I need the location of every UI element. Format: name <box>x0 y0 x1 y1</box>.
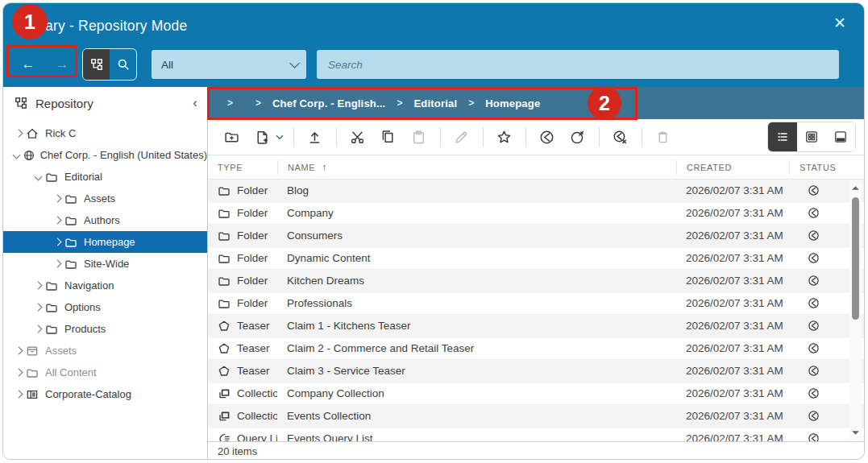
tree-item-label: Corporate-Catalog <box>45 388 131 400</box>
details-view-button[interactable] <box>826 122 855 151</box>
tree-item[interactable]: Site-Wide <box>3 253 207 275</box>
collapse-panel-icon[interactable]: ‹ <box>193 95 197 111</box>
tree-expander-icon[interactable] <box>50 217 64 223</box>
column-header-type[interactable]: TYPE <box>208 160 277 175</box>
sidebar-title: Repository <box>35 97 193 110</box>
list-view-button[interactable] <box>768 122 797 151</box>
tree-item[interactable]: Corporate-Catalog <box>3 383 207 405</box>
tree-item[interactable]: Homepage <box>3 231 207 253</box>
approve-button[interactable] <box>565 125 589 149</box>
breadcrumb-item[interactable]: Homepage <box>485 97 540 110</box>
table-row[interactable]: Folder Dynamic Content 2026/02/07 3:31 A… <box>208 247 864 270</box>
table-row[interactable]: Folder Consumers 2026/02/07 3:31 AM <box>208 225 864 247</box>
created-cell: 2026/02/07 3:31 AM <box>676 297 789 309</box>
tree-item[interactable]: Options <box>3 296 207 318</box>
copy-button[interactable] <box>376 125 400 149</box>
status-cell <box>789 410 837 422</box>
new-document-icon <box>255 130 270 145</box>
new-folder-button[interactable] <box>219 125 243 149</box>
tree-expander-icon[interactable] <box>31 174 45 180</box>
tree-expander-icon[interactable] <box>50 261 64 267</box>
table-row[interactable]: Collection Events Collection 2026/02/07 … <box>208 405 864 428</box>
header-toolbar: ← → All <box>3 48 864 81</box>
thumbnail-view-button[interactable] <box>797 122 826 151</box>
tree-item-icon <box>45 171 60 184</box>
search-icon <box>117 58 130 71</box>
content-type-icon <box>218 297 230 310</box>
table-row[interactable]: Folder Kitchen Dreams 2026/02/07 3:31 AM <box>208 270 864 292</box>
scrollbar-thumb[interactable] <box>852 197 859 320</box>
type-cell: Query List <box>208 432 277 442</box>
table-row[interactable]: Teaser Claim 2 - Commerce and Retail Tea… <box>208 337 864 360</box>
tree-item[interactable]: Assets <box>3 188 207 209</box>
table-row[interactable]: Teaser Claim 3 - Service Teaser 2026/02/… <box>208 360 864 382</box>
type-label: Folder <box>237 297 268 309</box>
created-cell: 2026/02/07 3:31 AM <box>676 207 789 219</box>
type-label: Folder <box>237 184 268 196</box>
cut-button[interactable] <box>345 125 369 149</box>
table-row[interactable]: Query List Events Query List 2026/02/07 … <box>208 428 864 441</box>
scope-dropdown[interactable]: All <box>152 50 306 79</box>
name-cell: Professionals <box>277 297 676 309</box>
back-icon[interactable]: ← <box>22 56 35 72</box>
table-row[interactable]: Teaser Claim 1 - Kitchens Teaser 2026/02… <box>208 315 864 337</box>
content-type-icon <box>218 320 230 333</box>
upload-button[interactable] <box>302 125 326 149</box>
tree-item[interactable]: Assets <box>3 340 207 362</box>
content-type-icon <box>218 410 230 423</box>
type-cell: Folder <box>208 229 277 242</box>
type-cell: Folder <box>208 207 277 220</box>
delete-button[interactable] <box>650 125 675 149</box>
vertical-scrollbar[interactable] <box>849 181 862 440</box>
table-row[interactable]: Folder Company 2026/02/07 3:31 AM <box>208 202 864 225</box>
new-content-dropdown-icon[interactable] <box>276 134 284 140</box>
tree-item[interactable]: Rick C <box>3 122 207 144</box>
search-input[interactable] <box>317 50 839 79</box>
tree-item[interactable]: Navigation <box>3 275 207 296</box>
type-label: Collection <box>237 410 277 422</box>
new-content-button[interactable] <box>250 125 274 149</box>
column-header-status[interactable]: STATUS <box>789 160 837 175</box>
search-mode-button[interactable] <box>110 49 136 80</box>
history-nav-group: ← → <box>11 50 79 79</box>
scroll-up-icon[interactable] <box>851 184 860 192</box>
column-header-created[interactable]: CREATED <box>676 160 789 175</box>
tree-expander-icon[interactable] <box>31 304 45 310</box>
type-cell: Teaser <box>208 365 277 378</box>
tree-expander-icon[interactable] <box>50 239 64 245</box>
withdraw-button[interactable] <box>534 125 559 149</box>
tree-item[interactable]: Editorial <box>3 166 207 188</box>
tree-item[interactable]: Chef Corp. - English (United States) <box>3 144 207 166</box>
bookmark-button[interactable] <box>492 125 516 149</box>
tree-expander-icon[interactable] <box>31 283 45 288</box>
tree-expander-icon[interactable] <box>11 370 26 375</box>
name-cell: Claim 1 - Kitchens Teaser <box>277 320 676 332</box>
toolbar-divider <box>293 127 294 147</box>
new-folder-icon <box>224 130 239 145</box>
table-row[interactable]: Folder Blog 2026/02/07 3:31 AM <box>208 180 864 202</box>
tree-item[interactable]: All Content <box>3 362 207 383</box>
repository-sidebar: Repository ‹ Rick C <box>3 87 208 460</box>
tree-item[interactable]: Products <box>3 318 207 340</box>
tree-expander-icon[interactable] <box>11 391 26 397</box>
tree-expander-icon[interactable] <box>11 130 26 136</box>
scroll-down-icon[interactable] <box>851 428 860 437</box>
forward-icon[interactable]: → <box>56 56 69 72</box>
column-header-name[interactable]: NAME ↑ <box>277 160 676 175</box>
repository-mode-button[interactable] <box>83 49 110 80</box>
paste-button[interactable] <box>406 125 430 149</box>
unpublished-status-icon <box>808 297 820 309</box>
tree-expander-icon[interactable] <box>11 152 23 158</box>
tree-expander-icon[interactable] <box>11 348 26 353</box>
table-row[interactable]: Folder Professionals 2026/02/07 3:31 AM <box>208 292 864 315</box>
disapprove-button[interactable] <box>608 125 632 149</box>
unpublished-status-icon <box>808 229 820 242</box>
close-icon[interactable]: ✕ <box>833 15 846 31</box>
table-row[interactable]: Collection Company Collection 2026/02/07… <box>208 382 864 405</box>
tree-item[interactable]: Authors <box>3 209 207 231</box>
edit-button[interactable] <box>449 125 473 149</box>
breadcrumb-item[interactable]: Chef Corp. - English... <box>272 97 385 110</box>
breadcrumb-item[interactable]: Editorial <box>413 97 457 110</box>
tree-expander-icon[interactable] <box>50 196 64 201</box>
tree-expander-icon[interactable] <box>31 326 45 332</box>
